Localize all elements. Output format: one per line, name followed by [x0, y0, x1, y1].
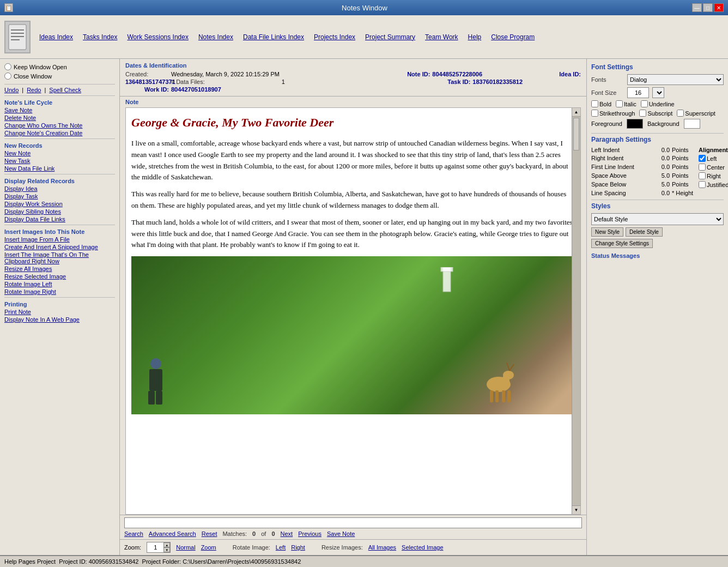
search-save-note-button[interactable]: Save Note	[327, 530, 355, 537]
delete-style-button[interactable]: Delete Style	[626, 227, 663, 237]
rotate-left-button[interactable]: Left	[276, 544, 286, 551]
superscript-checkbox[interactable]	[677, 110, 684, 117]
underline-checkbox[interactable]	[641, 100, 648, 107]
zoom-link[interactable]: Zoom	[201, 544, 216, 551]
subscript-checkbox-item[interactable]: Subscript	[639, 110, 672, 117]
rotate-right-button[interactable]: Right	[291, 544, 305, 551]
reset-button[interactable]: Reset	[202, 530, 217, 537]
minimize-button[interactable]: —	[692, 3, 702, 12]
zoom-down-spinner[interactable]: ▼	[163, 547, 170, 552]
foreground-color-box[interactable]	[627, 119, 643, 129]
insert-image-from-file-link[interactable]: Insert Image From A File	[4, 236, 115, 243]
new-style-button[interactable]: New Style	[591, 227, 623, 237]
menu-tasks-index[interactable]: Tasks Index	[83, 33, 117, 41]
display-work-session-link[interactable]: Display Work Session	[4, 201, 115, 207]
background-color-box[interactable]	[684, 119, 700, 129]
selected-image-button[interactable]: Selected Image	[402, 544, 443, 551]
menu-projects-index[interactable]: Projects Index	[314, 33, 355, 41]
menu-close-program[interactable]: Close Program	[491, 33, 535, 41]
rotate-image-right-link[interactable]: Rotate Image Right	[4, 288, 115, 295]
note-heading: George & Gracie, My Two Favorite Deer	[131, 113, 575, 131]
note-editor[interactable]: George & Gracie, My Two Favorite Deer I …	[126, 108, 580, 514]
display-idea-link[interactable]: Display Idea	[4, 185, 115, 192]
create-and-insert-snipped-link[interactable]: Create And Insert A Snipped Image	[4, 244, 115, 250]
justified-align-checkbox[interactable]	[699, 181, 706, 188]
change-style-settings-button[interactable]: Change Style Settings	[591, 239, 653, 248]
display-data-file-links-link[interactable]: Display Data File Links	[4, 216, 115, 222]
advanced-search-button[interactable]: Advanced Search	[149, 530, 196, 537]
close-window-option[interactable]: Close Window	[4, 73, 115, 80]
print-note-link[interactable]: Print Note	[4, 309, 115, 315]
resize-all-images-link[interactable]: Resize All Images	[4, 266, 115, 272]
font-size-dropdown[interactable]	[652, 87, 664, 98]
printing-section-title: Printing	[4, 301, 115, 307]
left-align-item[interactable]: Left	[699, 155, 728, 162]
zoom-value-input[interactable]: 1	[147, 542, 163, 552]
rotate-image-left-link[interactable]: Rotate Image Left	[4, 281, 115, 287]
redo-button[interactable]: Redo	[27, 87, 41, 93]
spell-check-button[interactable]: Spell Check	[49, 87, 81, 93]
italic-checkbox-item[interactable]: Italic	[616, 100, 636, 107]
zoom-input-group[interactable]: 1 ▲ ▼	[147, 542, 171, 553]
menu-data-file-links-index[interactable]: Data File Links Index	[243, 33, 304, 41]
subscript-checkbox[interactable]	[639, 110, 646, 117]
next-button[interactable]: Next	[281, 530, 293, 537]
menu-bar: Ideas Index Tasks Index Work Sessions In…	[0, 15, 728, 59]
search-button[interactable]: Search	[124, 530, 143, 537]
bold-checkbox-item[interactable]: Bold	[591, 100, 611, 107]
search-input[interactable]	[124, 517, 582, 528]
keep-window-open-option[interactable]: Keep Window Open	[4, 63, 115, 70]
previous-button[interactable]: Previous	[298, 530, 321, 537]
all-images-button[interactable]: All Images	[368, 544, 396, 551]
new-note-link[interactable]: New Note	[4, 150, 115, 156]
menu-project-summary[interactable]: Project Summary	[365, 33, 415, 41]
insert-image-clipboard-link[interactable]: Insert The Image That's On The Clipboard…	[4, 251, 115, 264]
font-size-input[interactable]	[627, 87, 649, 98]
center-align-item[interactable]: Center	[699, 164, 728, 171]
first-line-value: 0.0	[648, 164, 670, 171]
task-id-value: 183760182335812	[472, 79, 581, 85]
normal-label[interactable]: Normal	[176, 544, 195, 551]
zoom-up-spinner[interactable]: ▲	[163, 542, 170, 547]
menu-work-sessions-index[interactable]: Work Sessions Index	[127, 33, 189, 41]
change-who-owns-link[interactable]: Change Who Owns The Note	[4, 122, 115, 129]
font-select[interactable]: Dialog	[627, 74, 724, 85]
undo-button[interactable]: Undo	[4, 87, 19, 93]
new-data-file-link-link[interactable]: New Data File Link	[4, 165, 115, 172]
close-window-radio[interactable]	[4, 73, 11, 80]
note-scrollbar[interactable]: ▲ ▼	[572, 108, 580, 514]
save-note-link[interactable]: Save Note	[4, 107, 115, 113]
left-align-checkbox[interactable]	[699, 155, 706, 162]
menu-ideas-index[interactable]: Ideas Index	[39, 33, 73, 41]
svg-rect-16	[507, 390, 511, 402]
right-align-checkbox[interactable]	[699, 172, 706, 179]
display-note-web-link[interactable]: Display Note In A Web Page	[4, 316, 115, 323]
strikethrough-checkbox-item[interactable]: Strikethrough	[591, 110, 635, 117]
italic-checkbox[interactable]	[616, 100, 623, 107]
styles-select[interactable]: Default Style	[591, 213, 724, 225]
menu-team-work[interactable]: Team Work	[425, 33, 458, 41]
zoom-spinner[interactable]: ▲ ▼	[163, 542, 170, 552]
right-align-item[interactable]: Right	[699, 172, 728, 179]
strikethrough-checkbox[interactable]	[591, 110, 598, 117]
bold-checkbox[interactable]	[591, 100, 598, 107]
maximize-button[interactable]: □	[703, 3, 713, 12]
superscript-checkbox-item[interactable]: Superscript	[677, 110, 715, 117]
scroll-down-arrow[interactable]: ▼	[572, 505, 580, 514]
resize-selected-image-link[interactable]: Resize Selected Image	[4, 273, 115, 280]
display-sibling-notes-link[interactable]: Display Sibling Notes	[4, 208, 115, 215]
change-creation-date-link[interactable]: Change Note's Creation Date	[4, 130, 115, 136]
display-task-link[interactable]: Display Task	[4, 193, 115, 200]
menu-help[interactable]: Help	[468, 33, 482, 41]
justified-align-item[interactable]: Justified	[699, 181, 728, 188]
delete-note-link[interactable]: Delete Note	[4, 114, 115, 121]
new-task-link[interactable]: New Task	[4, 158, 115, 164]
scroll-up-arrow[interactable]: ▲	[572, 108, 580, 117]
keep-window-radio[interactable]	[4, 63, 11, 70]
underline-checkbox-item[interactable]: Underline	[641, 100, 675, 107]
menu-notes-index[interactable]: Notes Index	[198, 33, 233, 41]
styles-row: Default Style	[591, 213, 724, 225]
close-button[interactable]: ✕	[714, 3, 724, 12]
scroll-thumb[interactable]	[573, 118, 579, 150]
center-align-checkbox[interactable]	[699, 164, 706, 171]
